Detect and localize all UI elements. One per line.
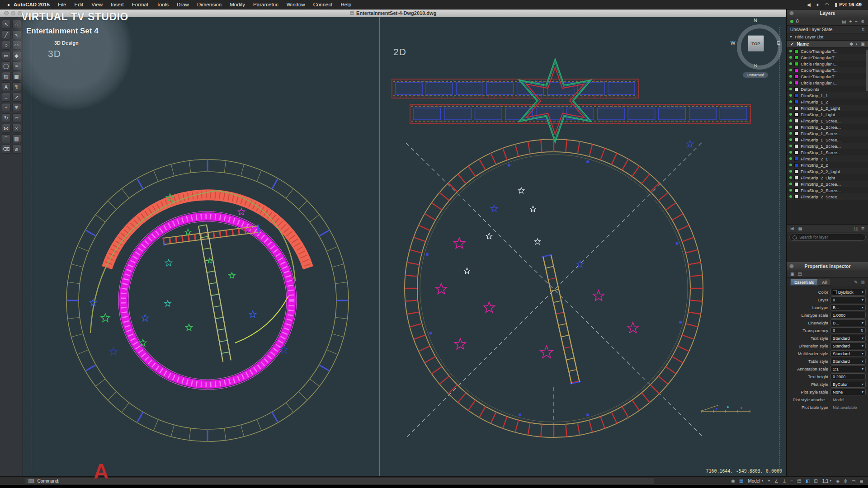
property-value[interactable]: 0 [830, 327, 866, 334]
layer-color-swatch[interactable] [794, 75, 798, 79]
property-value[interactable]: Not available [830, 404, 866, 411]
compass-south[interactable]: S [754, 63, 757, 68]
layer-on-icon[interactable] [789, 145, 792, 147]
zoom-icon[interactable]: ⊕ [844, 479, 847, 483]
gradient-tool[interactable]: ▩ [12, 72, 21, 81]
apple-menu-icon[interactable]: ● [7, 2, 10, 7]
property-value[interactable]: Standard [830, 343, 866, 349]
layer-row[interactable]: FilmStrip_2_2 [787, 162, 868, 168]
menu-item[interactable]: Modify [226, 0, 249, 9]
layer-row[interactable]: CircleTriangularT... [787, 67, 868, 73]
layer-color-swatch[interactable] [794, 176, 798, 180]
layer-row[interactable]: CircleTriangularT... [787, 48, 868, 54]
layers-palette-header[interactable]: Layers [787, 9, 868, 17]
layer-row[interactable]: FilmStrip_1_Scree... [787, 136, 868, 143]
layer-row[interactable]: FilmStrip_1_1 [787, 92, 868, 99]
osnap-icon[interactable]: ⊞ [814, 479, 817, 483]
customize-icon[interactable]: ≣ [860, 479, 863, 483]
bluetooth-icon[interactable]: ♦ [816, 2, 819, 7]
command-input[interactable] [62, 478, 651, 484]
search-input[interactable] [798, 235, 863, 240]
layer-on-icon[interactable] [789, 164, 792, 166]
more-options-icon[interactable]: ▥ [861, 280, 865, 285]
toggle-visibility-icon[interactable]: ◐ [856, 42, 859, 47]
hatch-tool[interactable]: ▨ [2, 72, 11, 81]
layer-on-icon[interactable] [789, 75, 792, 78]
layer-color-swatch[interactable] [794, 163, 798, 167]
polar-icon[interactable]: ∠ [774, 479, 778, 483]
menu-item[interactable]: Insert [107, 0, 128, 9]
move-tool[interactable]: + [2, 103, 11, 112]
select-tool[interactable]: ↖ [2, 20, 11, 29]
polyline-tool[interactable]: ∿ [12, 30, 21, 39]
layer-color-swatch[interactable] [794, 68, 798, 72]
compass-east[interactable]: E [777, 40, 780, 46]
layer-list-icon[interactable]: ▤ [842, 19, 846, 24]
blue-stars[interactable] [491, 141, 693, 267]
property-value[interactable]: ByBlock [830, 289, 866, 296]
layer-row[interactable]: CircleTriangularT... [787, 61, 868, 67]
menu-item[interactable]: Draw [173, 0, 193, 9]
layer-on-icon[interactable] [789, 62, 792, 65]
layer-on-icon[interactable] [789, 94, 792, 97]
remove-layer-icon[interactable]: − [855, 19, 858, 24]
dimension-tool[interactable]: ↔ [2, 93, 11, 102]
ortho-icon[interactable]: ⊥ [783, 479, 787, 483]
mtext-tool[interactable]: ¶ [12, 82, 21, 91]
layer-row[interactable]: FilmStrip_1_Scree... [787, 143, 868, 149]
layer-row[interactable]: FilmStrip_2_Scree... [787, 187, 868, 193]
layer-color-swatch[interactable] [794, 100, 798, 104]
viewport-2d[interactable] [380, 17, 786, 477]
menu-item[interactable]: Dimension [193, 0, 226, 9]
isodraft-icon[interactable]: ◉ [731, 479, 735, 483]
leader-tool[interactable]: ↗ [12, 93, 21, 102]
current-layer-name[interactable]: 0 [796, 19, 799, 24]
scale-tool[interactable]: ▱ [12, 113, 21, 122]
layer-on-icon[interactable] [789, 69, 792, 71]
layer-row[interactable]: FilmStrip_1_Scree... [787, 124, 868, 130]
menu-item[interactable]: Format [128, 0, 152, 9]
property-value[interactable]: Standard [830, 335, 866, 342]
layer-on-icon[interactable] [789, 113, 792, 116]
top-beam[interactable] [163, 225, 259, 246]
property-value[interactable]: 0.2000 [830, 373, 866, 380]
close-palette-button[interactable] [789, 11, 794, 15]
text-tool[interactable]: A [2, 82, 11, 91]
circle-tool[interactable]: ○ [2, 41, 11, 50]
layer-color-swatch[interactable] [794, 182, 798, 186]
layer-on-icon[interactable] [789, 56, 792, 59]
layer-color-swatch[interactable] [794, 62, 798, 66]
property-value[interactable]: B... [830, 304, 866, 311]
layer-row[interactable]: FilmStrip_1_2_Light [787, 105, 868, 111]
layer-color-swatch[interactable] [794, 113, 798, 117]
layer-color-swatch[interactable] [794, 150, 798, 155]
window-controls[interactable] [4, 11, 22, 15]
layer-on-icon[interactable] [789, 81, 792, 84]
layer-list-header[interactable]: ✓ Name ✱◐▣ [787, 41, 868, 48]
properties-tab[interactable]: All [818, 279, 831, 286]
layer-row[interactable]: FilmStrip_2_Scree... [787, 181, 868, 187]
layer-on-icon[interactable] [789, 119, 792, 122]
magenta-stars[interactable] [436, 238, 639, 358]
layer-settings-icon[interactable]: ⚙ [861, 19, 865, 24]
layer-color-swatch[interactable] [794, 56, 798, 60]
layer-row[interactable]: FilmStrip_1_Light [787, 111, 868, 117]
property-value[interactable]: 1:1 [830, 366, 866, 372]
lineweight-icon[interactable]: ▤ [797, 479, 801, 483]
layer-on-icon[interactable] [789, 88, 792, 90]
stage-ring[interactable] [405, 139, 703, 437]
outer-truss-ring[interactable] [66, 160, 349, 441]
view-name-tag[interactable]: Unnamed [731, 70, 780, 78]
layer-color-swatch[interactable] [794, 106, 798, 110]
layer-on-icon[interactable] [789, 107, 792, 109]
layer-row[interactable]: FilmStrip_1_Scree... [787, 130, 868, 136]
grid-icon[interactable]: ▦ [739, 479, 743, 483]
layer-on-icon[interactable] [789, 132, 792, 135]
view-compass[interactable]: N S W E TOP [731, 19, 780, 67]
scale-ruler[interactable] [701, 405, 750, 413]
spline-tool[interactable]: ≈ [12, 61, 21, 70]
model-space-toggle[interactable]: Model ▾ [748, 479, 763, 483]
wifi-icon[interactable]: ◠ [825, 2, 829, 7]
layer-row[interactable]: FilmStrip_2_2_Light [787, 168, 868, 174]
hide-layer-list-toggle[interactable]: ▼ Hide Layer List [787, 33, 868, 41]
